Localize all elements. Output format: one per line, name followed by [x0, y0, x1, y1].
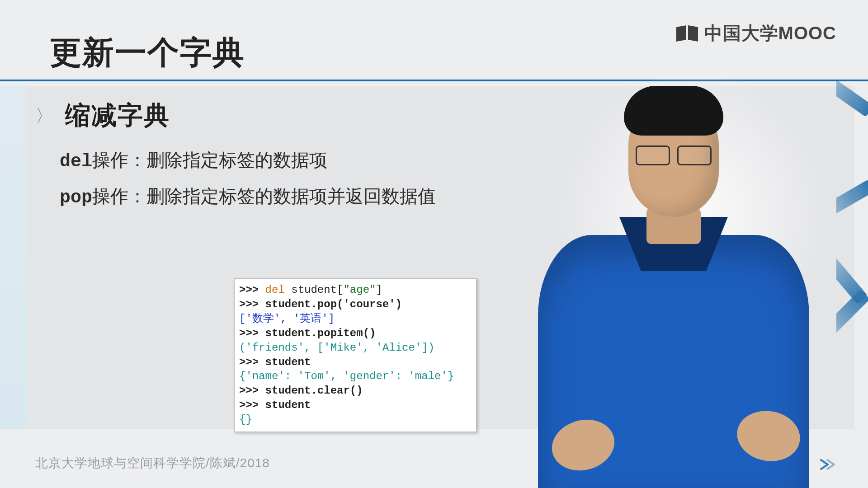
- chevron-right-icon: 〉: [35, 103, 53, 128]
- page-title: 更新一个字典: [50, 32, 245, 74]
- bullet-label: 操作：: [92, 186, 146, 206]
- bullet-item: pop操作：删除指定标签的数据项并返回数据值: [60, 179, 436, 215]
- bullet-item: del操作：删除指定标签的数据项: [60, 143, 436, 179]
- code-line: >>> student.pop('course'): [239, 298, 402, 310]
- code-text: ]: [376, 284, 382, 296]
- bullet-desc: 删除指定标签的数据项并返回数据值: [146, 186, 436, 206]
- code-line: >>> student.popitem(): [239, 327, 376, 339]
- code-string: "age": [343, 284, 376, 296]
- left-accent-bar: [0, 86, 27, 429]
- brand-text: 中国大学MOOC: [704, 21, 836, 46]
- footer-credit: 北京大学地球与空间科学学院/陈斌/2018: [35, 455, 270, 472]
- code-prompt: >>>: [239, 284, 265, 296]
- brand-logo: 中国大学MOOC: [675, 21, 836, 46]
- code-line: >>> student: [239, 399, 311, 411]
- book-icon: [675, 24, 699, 42]
- keyword-del: del: [60, 151, 92, 172]
- keyword-pop: pop: [60, 188, 92, 208]
- code-output: {}: [239, 413, 252, 426]
- next-chevron-icon: [820, 459, 835, 470]
- code-line: >>> student: [239, 356, 311, 368]
- right-edge-decoration: [836, 81, 868, 429]
- slide-root: 中国大学MOOC 更新一个字典 〉 缩减字典 del操作：删除指定标签的数据项 …: [0, 0, 868, 488]
- bullet-label: 操作：: [92, 150, 146, 170]
- subtitle-row: 〉 缩减字典: [35, 99, 170, 133]
- code-example: >>> del student["age"] >>> student.pop('…: [234, 278, 477, 432]
- code-output: ('friends', ['Mike', 'Alice']): [239, 342, 434, 354]
- bullet-list: del操作：删除指定标签的数据项 pop操作：删除指定标签的数据项并返回数据值: [60, 143, 436, 215]
- code-text: student[: [285, 284, 344, 296]
- title-rule: [0, 80, 868, 81]
- code-line: >>> student.clear(): [239, 385, 363, 397]
- code-output: ['数学', '英语']: [239, 313, 335, 325]
- section-subtitle: 缩减字典: [65, 99, 170, 133]
- code-keyword-del: del: [265, 284, 285, 296]
- code-output: {'name': 'Tom', 'gender': 'male'}: [239, 370, 454, 382]
- bullet-desc: 删除指定标签的数据项: [146, 150, 327, 170]
